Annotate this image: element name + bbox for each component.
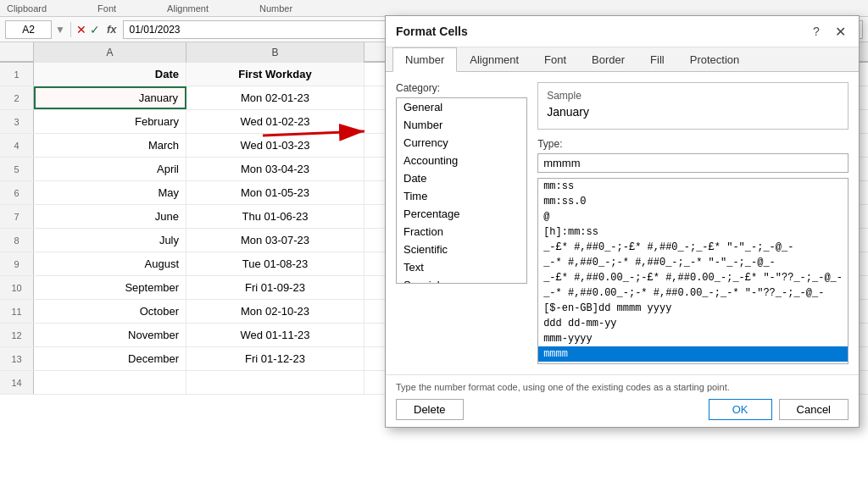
type-item[interactable]: mmmm: [538, 346, 848, 362]
row-number: 9: [0, 252, 34, 275]
toolbar-font: Font: [97, 3, 116, 14]
row-number: 3: [0, 110, 34, 133]
dialog-help-button[interactable]: ?: [808, 23, 825, 40]
cell-date[interactable]: November: [34, 324, 186, 346]
cell-workday[interactable]: Thu 01-06-23: [186, 205, 364, 228]
type-item[interactable]: mm:ss: [538, 179, 848, 194]
dialog-tab-fill[interactable]: Fill: [637, 47, 677, 72]
cell-workday[interactable]: [186, 371, 364, 394]
cell-date[interactable]: April: [34, 158, 186, 180]
row-number: 6: [0, 181, 34, 204]
cell-ref-dropdown[interactable]: ▼: [55, 24, 65, 36]
cell-workday[interactable]: Wed 01-02-23: [186, 110, 364, 133]
category-item-general[interactable]: General: [397, 98, 526, 116]
row-number: 12: [0, 324, 34, 346]
cell-date[interactable]: July: [34, 229, 186, 252]
type-input[interactable]: [537, 153, 849, 173]
formula-fx-icon[interactable]: fx: [107, 23, 117, 36]
row-number: 13: [0, 347, 34, 370]
category-item-date[interactable]: Date: [397, 169, 526, 187]
row-number: 10: [0, 276, 34, 299]
dialog-tab-font[interactable]: Font: [531, 47, 579, 72]
toolbar-clipboard: Clipboard: [7, 3, 47, 14]
cell-date[interactable]: October: [34, 300, 186, 323]
formula-confirm-icon[interactable]: ✓: [90, 23, 100, 36]
cell-date[interactable]: [34, 371, 186, 394]
row-number: 2: [0, 86, 34, 109]
category-item-fraction[interactable]: Fraction: [397, 223, 526, 241]
type-item[interactable]: @: [538, 209, 848, 224]
row-number: 4: [0, 134, 34, 157]
cell-workday[interactable]: Mon 03-07-23: [186, 229, 364, 252]
type-label: Type:: [537, 138, 849, 150]
type-item[interactable]: mmm-yyyy: [538, 331, 848, 346]
format-cells-dialog: Format Cells ? ✕ NumberAlignmentFontBord…: [385, 15, 860, 428]
toolbar-sections: Clipboard Font Alignment Number: [0, 0, 868, 17]
category-item-percentage[interactable]: Percentage: [397, 205, 526, 223]
col-header-a: A: [34, 42, 186, 63]
formula-cancel-icon[interactable]: ✕: [76, 23, 86, 36]
cancel-button[interactable]: Cancel: [779, 399, 849, 420]
category-item-time[interactable]: Time: [397, 187, 526, 205]
cell-workday[interactable]: Tue 01-08-23: [186, 252, 364, 275]
category-item-currency[interactable]: Currency: [397, 134, 526, 152]
cell-workday[interactable]: Wed 01-11-23: [186, 324, 364, 346]
cell-workday[interactable]: Mon 02-01-23: [186, 86, 364, 109]
cell-date[interactable]: March: [34, 134, 186, 157]
ok-button[interactable]: OK: [709, 399, 772, 420]
dialog-close-button[interactable]: ✕: [832, 23, 849, 40]
cell-date[interactable]: August: [34, 252, 186, 275]
delete-button[interactable]: Delete: [396, 399, 464, 420]
sample-section: Sample January: [537, 82, 849, 130]
col-header-b: B: [186, 42, 364, 63]
category-list[interactable]: GeneralNumberCurrencyAccountingDateTimeP…: [396, 97, 527, 284]
dialog-title: Format Cells: [396, 25, 468, 38]
type-item[interactable]: _-£* #,##0_-;-£* #,##0_-;_-£* "-"_-;_-@_…: [538, 240, 848, 255]
cell-date[interactable]: February: [34, 110, 186, 133]
dialog-titlebar: Format Cells ? ✕: [386, 16, 859, 47]
category-item-text[interactable]: Text: [397, 258, 526, 276]
format-hint: Type the number format code, using one o…: [396, 382, 849, 392]
category-item-scientific[interactable]: Scientific: [397, 241, 526, 258]
type-item[interactable]: [h]:mm:ss: [538, 224, 848, 240]
dialog-footer: Type the number format code, using one o…: [386, 374, 859, 427]
row-number: 5: [0, 158, 34, 180]
header-cell-date[interactable]: Date: [34, 63, 186, 86]
toolbar-alignment: Alignment: [167, 3, 209, 14]
dialog-body: Category: GeneralNumberCurrencyAccountin…: [386, 72, 859, 374]
dialog-tab-number[interactable]: Number: [392, 47, 457, 72]
cell-workday[interactable]: Mon 03-04-23: [186, 158, 364, 180]
cell-date[interactable]: January: [34, 86, 186, 109]
category-item-accounting[interactable]: Accounting: [397, 152, 526, 169]
dialog-tab-border[interactable]: Border: [579, 47, 637, 72]
cell-workday[interactable]: Wed 01-03-23: [186, 134, 364, 157]
cell-workday[interactable]: Fri 01-09-23: [186, 276, 364, 299]
type-item[interactable]: _-* #,##0_-;-* #,##0_-;_-* "-"_-;_-@_-: [538, 255, 848, 270]
cell-date[interactable]: September: [34, 276, 186, 299]
cell-workday[interactable]: Mon 02-10-23: [186, 300, 364, 323]
type-list[interactable]: mm:ssmm:ss.0@[h]:mm:ss_-£* #,##0_-;-£* #…: [537, 178, 849, 364]
dialog-tab-alignment[interactable]: Alignment: [457, 47, 531, 72]
type-item[interactable]: ddd dd-mm-yy: [538, 316, 848, 331]
header-cell-workday[interactable]: First Workday: [186, 63, 364, 86]
dialog-tab-protection[interactable]: Protection: [677, 47, 753, 72]
row-number: 1: [0, 63, 34, 86]
type-item[interactable]: _-£* #,##0.00_-;-£* #,##0.00_-;_-£* "-"?…: [538, 270, 848, 285]
cell-reference-input[interactable]: [5, 20, 52, 39]
cell-workday[interactable]: Fri 01-12-23: [186, 347, 364, 370]
type-item[interactable]: _-* #,##0.00_-;-* #,##0.00_-;_-* "-"??_-…: [538, 285, 848, 301]
sample-label: Sample: [547, 90, 839, 102]
cell-date[interactable]: May: [34, 181, 186, 204]
category-item-special[interactable]: Special: [397, 276, 526, 284]
category-item-number[interactable]: Number: [397, 116, 526, 134]
cell-workday[interactable]: Mon 01-05-23: [186, 181, 364, 204]
dialog-left-panel: Category: GeneralNumberCurrencyAccountin…: [396, 82, 527, 364]
row-number: 11: [0, 300, 34, 323]
cell-date[interactable]: December: [34, 347, 186, 370]
type-item[interactable]: [$-en-GB]dd mmmm yyyy: [538, 301, 848, 316]
row-number: 14: [0, 371, 34, 394]
separator: [70, 22, 71, 37]
cell-date[interactable]: June: [34, 205, 186, 228]
type-item[interactable]: mm:ss.0: [538, 194, 848, 209]
dialog-right-panel: Sample January Type: mm:ssmm:ss.0@[h]:mm…: [537, 82, 849, 364]
